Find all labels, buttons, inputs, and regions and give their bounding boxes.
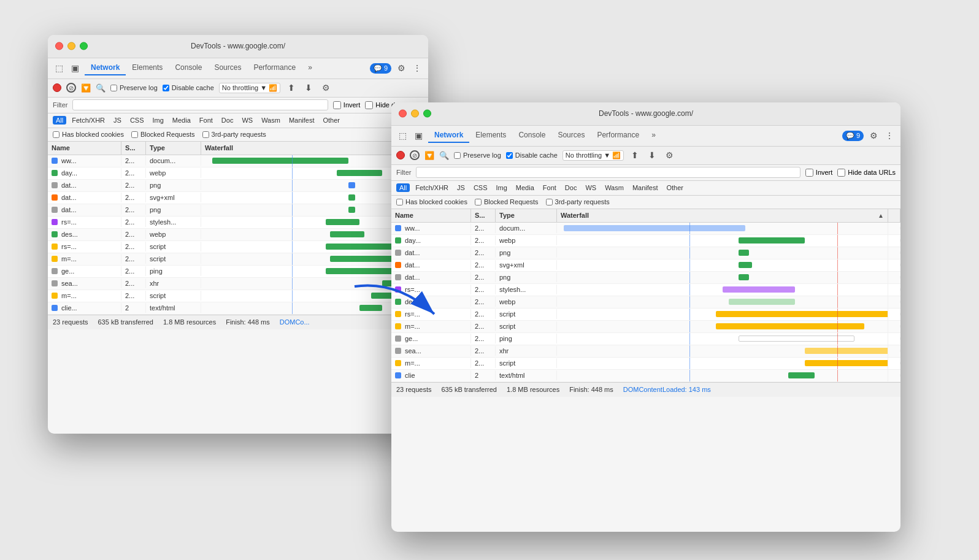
hide-data-urls-checkbox-back[interactable]: [365, 101, 373, 109]
table-row[interactable]: clie... 2 text/html: [48, 302, 428, 315]
table-row[interactable]: ww... 2... docum...: [391, 223, 900, 235]
tab-more-back[interactable]: »: [302, 61, 318, 75]
download-icon-back[interactable]: ⬇: [302, 82, 315, 94]
cursor-icon-back[interactable]: ⬚: [53, 62, 65, 74]
filter-media-back[interactable]: Media: [169, 116, 194, 125]
maximize-button-front[interactable]: [423, 110, 431, 118]
disable-cache-checkbox-front[interactable]: [506, 152, 513, 159]
table-row[interactable]: des... 2... webp: [48, 229, 428, 241]
table-row[interactable]: rs=... 2... stylesh...: [48, 217, 428, 229]
upload-icon-back[interactable]: ⬆: [285, 82, 298, 94]
table-row[interactable]: m=... 2... script: [391, 321, 900, 333]
close-button-back[interactable]: [55, 42, 63, 50]
table-row[interactable]: dat... 2... png: [48, 180, 428, 192]
tab-network-front[interactable]: Network: [428, 128, 469, 143]
minimize-button-back[interactable]: [67, 42, 75, 50]
record-button-front[interactable]: [396, 151, 405, 159]
th-type-front[interactable]: Type: [496, 209, 557, 222]
tab-sources-front[interactable]: Sources: [551, 128, 591, 143]
th-status-back[interactable]: S...: [121, 142, 146, 155]
clear-button-front[interactable]: ⊘: [410, 150, 420, 160]
settings-icon-back[interactable]: ⚙: [320, 82, 332, 94]
record-button-back[interactable]: [53, 83, 61, 92]
th-name-back[interactable]: Name: [48, 142, 121, 155]
invert-label-back[interactable]: Invert: [333, 101, 361, 109]
gear-icon-front[interactable]: ⚙: [867, 129, 880, 142]
more-icon-back[interactable]: ⋮: [411, 62, 423, 74]
message-badge-front[interactable]: 💬 9: [842, 131, 864, 141]
table-row[interactable]: day... 2... webp: [48, 167, 428, 180]
filter-input-front[interactable]: [416, 167, 800, 178]
table-row[interactable]: m=... 2... script: [48, 253, 428, 266]
blocked-cookies-cb-back[interactable]: [53, 131, 60, 138]
table-row[interactable]: rs=... 2... script: [48, 241, 428, 253]
filter-wasm-front[interactable]: Wasm: [602, 183, 627, 192]
third-party-cb-back[interactable]: [202, 131, 209, 138]
table-row[interactable]: dat... 2... png: [48, 204, 428, 217]
table-row[interactable]: rs=... 2... stylesh...: [391, 284, 900, 296]
preserve-log-checkbox-front[interactable]: [454, 152, 461, 159]
th-name-front[interactable]: Name: [391, 209, 471, 222]
upload-icon-front[interactable]: ⬆: [629, 149, 641, 161]
clear-button-back[interactable]: ⊘: [66, 83, 76, 93]
filter-icon-back[interactable]: 🔽: [81, 83, 91, 93]
tab-performance-front[interactable]: Performance: [591, 128, 645, 143]
blocked-requests-cb-front[interactable]: [475, 199, 482, 205]
hide-data-urls-label-front[interactable]: Hide data URLs: [837, 169, 896, 177]
filter-img-back[interactable]: Img: [150, 116, 167, 125]
dock-icon-front[interactable]: ▣: [412, 129, 424, 142]
settings-icon-front[interactable]: ⚙: [663, 149, 675, 161]
disable-cache-label-front[interactable]: Disable cache: [506, 152, 558, 159]
tab-elements-front[interactable]: Elements: [469, 128, 512, 143]
tab-sources-back[interactable]: Sources: [208, 61, 247, 75]
table-row[interactable]: ge... 2... ping: [391, 333, 900, 345]
blocked-requests-label-front[interactable]: Blocked Requests: [475, 198, 539, 205]
blocked-cookies-label-front[interactable]: Has blocked cookies: [396, 198, 467, 205]
th-type-back[interactable]: Type: [146, 142, 201, 155]
filter-font-front[interactable]: Font: [540, 183, 559, 192]
filter-fetch-front[interactable]: Fetch/XHR: [412, 183, 451, 192]
th-status-front[interactable]: S...: [471, 209, 496, 222]
table-row[interactable]: dat... 2... png: [391, 272, 900, 284]
table-row[interactable]: clie 2 text/html: [391, 370, 900, 382]
preserve-log-label-front[interactable]: Preserve log: [454, 152, 501, 159]
filter-media-front[interactable]: Media: [513, 183, 537, 192]
filter-icon-front[interactable]: 🔽: [424, 151, 434, 160]
tab-console-back[interactable]: Console: [169, 61, 208, 75]
filter-css-front[interactable]: CSS: [470, 183, 491, 192]
filter-manifest-front[interactable]: Manifest: [629, 183, 661, 192]
dock-icon-back[interactable]: ▣: [69, 62, 81, 74]
filter-all-back[interactable]: All: [53, 116, 66, 125]
table-row[interactable]: m=... 2... script: [48, 290, 428, 302]
filter-other-back[interactable]: Other: [320, 116, 343, 125]
table-row[interactable]: dat... 2... svg+xml: [48, 192, 428, 204]
invert-label-front[interactable]: Invert: [805, 169, 833, 177]
filter-input-back[interactable]: [72, 99, 328, 110]
blocked-requests-label-back[interactable]: Blocked Requests: [131, 131, 195, 138]
more-icon-front[interactable]: ⋮: [883, 129, 896, 142]
maximize-button-back[interactable]: [80, 42, 88, 50]
blocked-requests-cb-back[interactable]: [131, 131, 138, 138]
tab-performance-back[interactable]: Performance: [247, 61, 302, 75]
preserve-log-checkbox-back[interactable]: [110, 85, 117, 91]
table-row[interactable]: ge... 2... ping: [48, 266, 428, 278]
filter-ws-back[interactable]: WS: [239, 116, 256, 125]
disable-cache-checkbox-back[interactable]: [163, 85, 169, 91]
filter-css-back[interactable]: CSS: [127, 116, 147, 125]
disable-cache-label-back[interactable]: Disable cache: [163, 84, 214, 91]
third-party-cb-front[interactable]: [546, 199, 553, 205]
filter-doc-front[interactable]: Doc: [562, 183, 580, 192]
gear-icon-back[interactable]: ⚙: [395, 62, 407, 74]
th-waterfall-front[interactable]: Waterfall ▲: [557, 209, 888, 222]
message-badge-back[interactable]: 💬 9: [370, 63, 391, 74]
invert-checkbox-front[interactable]: [805, 169, 813, 177]
filter-img-front[interactable]: Img: [493, 183, 510, 192]
download-icon-front[interactable]: ⬇: [646, 149, 658, 161]
filter-doc-back[interactable]: Doc: [218, 116, 237, 125]
filter-js-back[interactable]: JS: [110, 116, 125, 125]
filter-js-front[interactable]: JS: [454, 183, 468, 192]
tab-network-back[interactable]: Network: [85, 61, 126, 75]
table-row[interactable]: dat... 2... svg+xml: [391, 259, 900, 272]
filter-all-front[interactable]: All: [396, 183, 410, 192]
third-party-label-front[interactable]: 3rd-party requests: [546, 198, 610, 205]
